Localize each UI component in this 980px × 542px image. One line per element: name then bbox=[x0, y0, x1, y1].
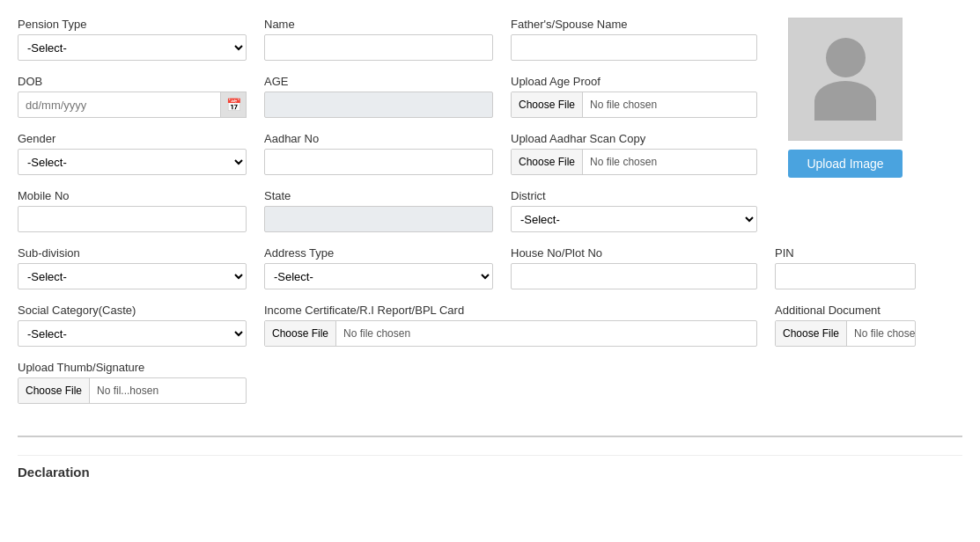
house-no-input[interactable] bbox=[511, 263, 757, 289]
age-input[interactable] bbox=[264, 92, 493, 118]
state-input[interactable]: ODISHA bbox=[264, 206, 493, 232]
income-cert-group: Income Certificate/R.I Report/BPL Card C… bbox=[264, 304, 757, 347]
calendar-icon[interactable]: 📅 bbox=[220, 92, 247, 118]
upload-thumb-label: Upload Thumb/Signature bbox=[18, 361, 247, 374]
pension-type-group: Pension Type -Select- bbox=[18, 18, 247, 61]
age-label: AGE bbox=[264, 75, 493, 88]
mobile-no-label: Mobile No bbox=[18, 189, 247, 202]
state-label: State bbox=[264, 189, 493, 202]
subdivision-group: Sub-division -Select- bbox=[18, 246, 247, 289]
upload-age-proof-group: Upload Age Proof Choose File No file cho… bbox=[511, 75, 757, 118]
aadhar-choose-btn[interactable]: Choose File bbox=[512, 150, 583, 174]
upload-thumb-group: Upload Thumb/Signature Choose File No fi… bbox=[18, 361, 247, 404]
avatar-body bbox=[814, 81, 876, 121]
income-cert-choose-btn[interactable]: Choose File bbox=[265, 321, 336, 346]
fathers-spouse-group: Father's/Spouse Name bbox=[511, 18, 757, 61]
income-cert-file-wrapper: Choose File No file chosen bbox=[264, 320, 757, 347]
image-upload-area: Upload Image bbox=[775, 18, 916, 189]
additional-doc-file-wrapper: Choose File No file chosen bbox=[775, 320, 916, 347]
dob-input[interactable] bbox=[18, 92, 247, 118]
age-group: AGE bbox=[264, 75, 493, 118]
aadhar-no-group: Aadhar No bbox=[264, 132, 493, 175]
subdivision-label: Sub-division bbox=[18, 246, 247, 260]
aadhar-no-label: Aadhar No bbox=[264, 132, 493, 145]
aadhar-file-name: No file chosen bbox=[583, 156, 664, 168]
fathers-spouse-label: Father's/Spouse Name bbox=[511, 18, 757, 31]
district-select[interactable]: -Select- bbox=[511, 206, 757, 232]
district-label: District bbox=[511, 189, 757, 202]
age-proof-choose-btn[interactable]: Choose File bbox=[512, 92, 583, 117]
pin-group: PIN bbox=[775, 246, 916, 289]
avatar-icon bbox=[814, 38, 876, 121]
age-proof-file-name: No file chosen bbox=[583, 99, 664, 111]
upload-image-button[interactable]: Upload Image bbox=[788, 150, 903, 178]
mobile-no-group: Mobile No bbox=[18, 189, 247, 232]
age-proof-file-wrapper: Choose File No file chosen bbox=[511, 92, 757, 118]
state-group: State ODISHA bbox=[264, 189, 493, 232]
income-cert-label: Income Certificate/R.I Report/BPL Card bbox=[264, 304, 757, 317]
gender-select[interactable]: -Select- bbox=[18, 149, 247, 175]
district-group: District -Select- bbox=[511, 189, 757, 232]
thumb-choose-btn[interactable]: Choose File bbox=[18, 378, 90, 403]
avatar-head bbox=[826, 38, 866, 77]
name-group: Name bbox=[264, 18, 493, 61]
upload-aadhar-label: Upload Aadhar Scan Copy bbox=[511, 132, 757, 145]
mobile-no-input[interactable] bbox=[18, 206, 247, 232]
gender-label: Gender bbox=[18, 132, 247, 145]
declaration-section-title: Declaration bbox=[18, 455, 962, 480]
aadhar-no-input[interactable] bbox=[264, 149, 493, 175]
social-category-select[interactable]: -Select- bbox=[18, 320, 247, 347]
form-container: Pension Type -Select- Name Father's/Spou… bbox=[18, 18, 962, 480]
upload-age-proof-label: Upload Age Proof bbox=[511, 75, 757, 88]
address-type-select[interactable]: -Select- bbox=[264, 263, 493, 289]
address-type-group: Address Type -Select- bbox=[264, 246, 493, 289]
additional-doc-group: Additional Document Choose File No file … bbox=[775, 304, 916, 347]
main-form-grid: Pension Type -Select- Name Father's/Spou… bbox=[18, 18, 962, 418]
additional-doc-choose-btn[interactable]: Choose File bbox=[776, 321, 847, 346]
social-category-group: Social Category(Caste) -Select- bbox=[18, 304, 247, 347]
dob-label: DOB bbox=[18, 75, 247, 88]
additional-doc-file-name: No file chosen bbox=[847, 327, 916, 340]
avatar-box bbox=[788, 18, 903, 141]
pension-type-select[interactable]: -Select- bbox=[18, 34, 247, 61]
gender-group: Gender -Select- bbox=[18, 132, 247, 175]
aadhar-file-wrapper: Choose File No file chosen bbox=[511, 149, 757, 175]
social-category-label: Social Category(Caste) bbox=[18, 304, 247, 317]
address-type-label: Address Type bbox=[264, 246, 493, 260]
upload-aadhar-group: Upload Aadhar Scan Copy Choose File No f… bbox=[511, 132, 757, 175]
name-input[interactable] bbox=[264, 34, 493, 61]
thumb-file-name: No fil...hosen bbox=[90, 385, 166, 397]
pin-input[interactable] bbox=[775, 263, 916, 289]
dob-group: DOB 📅 bbox=[18, 75, 247, 118]
additional-doc-label: Additional Document bbox=[775, 304, 916, 317]
subdivision-select[interactable]: -Select- bbox=[18, 263, 247, 289]
thumb-file-wrapper: Choose File No fil...hosen bbox=[18, 377, 247, 404]
fathers-spouse-input[interactable] bbox=[511, 34, 757, 61]
name-label: Name bbox=[264, 18, 493, 31]
dob-wrapper: 📅 bbox=[18, 92, 247, 118]
house-no-group: House No/Plot No bbox=[511, 246, 757, 289]
income-cert-file-name: No file chosen bbox=[336, 327, 417, 340]
house-no-label: House No/Plot No bbox=[511, 246, 757, 260]
pin-label: PIN bbox=[775, 246, 916, 260]
pension-type-label: Pension Type bbox=[18, 18, 247, 31]
